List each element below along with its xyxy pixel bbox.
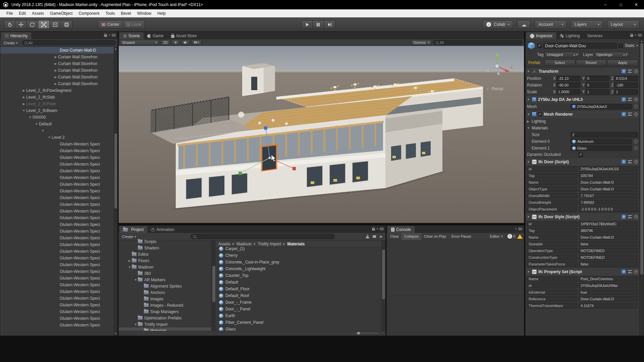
project-folder-row[interactable]: ▼Tridify Import xyxy=(119,321,211,327)
foldout-icon[interactable]: ▼ xyxy=(133,323,138,326)
tab-project[interactable]: Project xyxy=(119,226,147,233)
hierarchy-row[interactable]: Glulam-Western Speci xyxy=(0,275,114,282)
material-item[interactable]: Glass xyxy=(216,326,381,331)
material-item[interactable]: Earth xyxy=(216,312,381,319)
prefab-revert-button[interactable]: Revert xyxy=(576,60,607,65)
transform-component-header[interactable]: ▼ Transform ? xyxy=(526,67,639,75)
gizmo-center[interactable] xyxy=(495,64,499,68)
property-value-field[interactable]: 7.79167 xyxy=(579,193,638,198)
hierarchy-row[interactable]: Glulam-Western Speci xyxy=(0,255,114,261)
project-folder-row[interactable]: Materials xyxy=(119,327,211,331)
hierarchy-row[interactable]: ▶Curtain Wall:Storefron xyxy=(0,67,114,74)
menu-assets[interactable]: Assets xyxy=(29,10,47,17)
persp-icon[interactable]: ‹ xyxy=(487,86,488,91)
scene-lighting-toggle[interactable]: ☀ xyxy=(171,40,180,45)
scale-tool-button[interactable] xyxy=(38,20,50,29)
persp-label[interactable]: Persp xyxy=(492,86,503,91)
step-button[interactable] xyxy=(324,20,335,29)
project-create-button[interactable]: Create ▾ xyxy=(120,235,138,239)
layer-dropdown[interactable]: Openings ▲▼ xyxy=(594,52,629,57)
property-value-field[interactable]: 2Y50uJepDAJwUHNw xyxy=(579,283,638,288)
transform-value-field[interactable]: 8.5114 xyxy=(614,76,638,81)
foldout-icon[interactable]: ▶ xyxy=(127,259,132,262)
tab-services[interactable]: Services xyxy=(583,33,606,39)
cloud-button[interactable]: ☁ xyxy=(517,20,531,29)
transform-value-field[interactable]: -90.00 xyxy=(556,82,580,88)
foldout-icon[interactable]: ▼ xyxy=(527,215,530,219)
material-item[interactable]: Door_-_Frame xyxy=(216,299,381,306)
property-value-field[interactable]: Door-Curtain-Wall-D xyxy=(579,296,638,302)
foldout-icon[interactable]: ▶ xyxy=(53,69,58,72)
property-value-field[interactable]: 2Y50uJepDAJwUHL5S xyxy=(579,166,638,172)
material-item[interactable]: Default_Roof xyxy=(216,292,381,299)
thumbnail-zoom-slider[interactable] xyxy=(355,333,379,334)
transform-value-field[interactable]: 1.0000 xyxy=(556,89,580,95)
panel-menu-icon[interactable] xyxy=(380,228,384,231)
presets-icon[interactable] xyxy=(628,113,632,116)
breadcrumb-item[interactable]: Tridify Import xyxy=(258,242,281,246)
hierarchy-row[interactable]: Glulam-Western Speci xyxy=(0,308,114,315)
inspector-scrollbar[interactable]: ▲ xyxy=(639,39,644,336)
foldout-icon[interactable]: ▼ xyxy=(527,98,530,101)
menu-bevel[interactable]: Bevel xyxy=(118,10,134,17)
project-tree-scrollbar[interactable] xyxy=(212,241,216,331)
materials-size-field[interactable]: 2 xyxy=(571,132,638,137)
transform-value-field[interactable]: 1 xyxy=(586,89,609,95)
property-value-field[interactable]: true xyxy=(579,290,638,295)
hierarchy-row[interactable]: Glulam-Western Speci xyxy=(0,268,114,275)
asset-list-scrollbar[interactable] xyxy=(381,241,385,331)
scene-search-input[interactable]: All xyxy=(433,40,523,45)
hierarchy-row[interactable]: Glulam-Western Speci xyxy=(0,168,114,174)
console-clear-on-play-button[interactable]: Clear on Play xyxy=(421,233,449,240)
tab-hierarchy[interactable]: Hierarchy xyxy=(1,33,31,39)
hierarchy-row[interactable]: ▶Curtain Wall:Storefron xyxy=(0,74,114,80)
hierarchy-row[interactable]: Glulam-Western Speci xyxy=(0,201,114,208)
material-item[interactable]: Carpet_(1) xyxy=(216,245,381,252)
layout-dropdown[interactable]: Layout ▾ xyxy=(607,20,639,29)
project-folder-row[interactable]: Images - Reduced xyxy=(119,302,211,308)
panel-menu-icon[interactable] xyxy=(112,34,116,37)
tab-inspector[interactable]: Inspector xyxy=(526,33,556,39)
lock-icon[interactable] xyxy=(372,228,375,231)
mesh-filter-component-header[interactable]: ▼ 2Y50u Jep DA Jw UHL5 ? xyxy=(526,95,639,103)
help-icon[interactable]: ? xyxy=(622,97,626,102)
material-item[interactable]: Default_Floor xyxy=(216,286,381,292)
help-icon[interactable]: ? xyxy=(622,215,626,219)
property-value-field[interactable]: -1 0 0 0 0 -1 0 0 0 0 xyxy=(579,206,638,212)
object-picker-icon[interactable] xyxy=(634,139,638,143)
asset-labels-icon[interactable] xyxy=(372,235,376,238)
project-folder-row[interactable]: Alignment Sprites xyxy=(119,283,211,289)
property-value-field[interactable]: Pset_DoorCommon xyxy=(579,276,638,282)
menu-tools[interactable]: Tools xyxy=(102,10,118,17)
console-log-area[interactable] xyxy=(387,240,524,336)
lock-icon[interactable] xyxy=(630,35,633,37)
rect-tool-button[interactable] xyxy=(50,20,61,29)
hierarchy-row[interactable]: ▼Level 2 xyxy=(0,134,114,141)
console-clear-button[interactable]: Clear xyxy=(387,233,401,240)
material-item[interactable]: Counter_Top xyxy=(216,272,381,279)
project-folder-row[interactable]: ▶Floors xyxy=(119,257,211,264)
property-value-field[interactable]: NOTDEFINED xyxy=(579,255,638,260)
component-enabled-checkbox[interactable] xyxy=(538,112,542,116)
material-item[interactable]: Cherry xyxy=(216,252,381,259)
material-item[interactable]: Door_-_Panel xyxy=(216,306,381,312)
static-checkbox[interactable] xyxy=(619,44,623,48)
hierarchy-row[interactable]: Glulam-Western Speci xyxy=(0,288,114,295)
gear-icon[interactable] xyxy=(634,160,638,164)
foldout-icon[interactable]: ▶ xyxy=(53,55,58,59)
foldout-icon[interactable]: ▶ xyxy=(53,62,58,65)
hierarchy-row[interactable]: ▶Curtain Wall:Storefron xyxy=(0,60,114,67)
project-folder-row[interactable]: Scripts xyxy=(119,238,211,245)
project-folder-row[interactable]: ▼AR Markers xyxy=(119,277,211,283)
script-component-header[interactable]: ▼C#Ifc Door (Script)? xyxy=(526,158,639,166)
presets-icon[interactable] xyxy=(628,160,632,163)
hierarchy-row[interactable]: ▼ xyxy=(0,127,114,134)
transform-value-field[interactable]: 0 xyxy=(586,76,609,81)
material-object-field[interactable]: Aluminum xyxy=(571,139,632,144)
prefab-select-button[interactable]: Select xyxy=(544,60,575,65)
asset-store-user-icon[interactable] xyxy=(366,235,369,238)
minimize-button[interactable]: ─ xyxy=(598,0,613,9)
console-info-filter[interactable]: ! 0 xyxy=(507,234,515,239)
presets-icon[interactable] xyxy=(628,215,632,218)
move-tool-button[interactable] xyxy=(15,20,27,29)
